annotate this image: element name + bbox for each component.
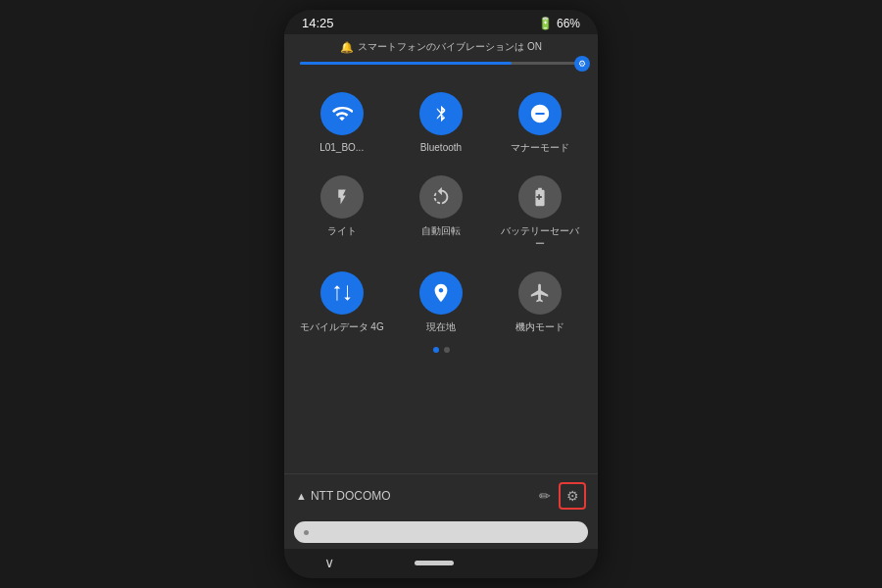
vibration-text: スマートフォンのバイブレーションは ON	[358, 40, 542, 54]
tile-dnd[interactable]: マナーモード	[493, 82, 588, 162]
battery-percent: 66%	[557, 17, 580, 30]
wifi-label: L01_BO...	[319, 141, 364, 154]
dot-2	[444, 347, 450, 353]
wifi-icon	[331, 103, 353, 124]
search-dot	[304, 530, 309, 535]
rotate-label: 自動回転	[421, 224, 461, 237]
airplane-icon-wrap	[518, 271, 562, 315]
flashlight-icon-wrap	[320, 175, 364, 219]
settings-button[interactable]: ⚙	[559, 482, 586, 510]
mobile-data-icon-wrap	[320, 271, 364, 315]
rotate-icon-wrap	[419, 175, 463, 219]
location-label: 現在地	[426, 320, 456, 333]
phone-frame: 14:25 🔋 66% 🔔 スマートフォンのバイブレーションは ON	[284, 10, 598, 578]
airplane-icon	[529, 282, 551, 304]
tile-flashlight[interactable]: ライト	[294, 166, 389, 258]
edit-button[interactable]: ✏	[539, 488, 551, 504]
flashlight-label: ライト	[327, 224, 357, 237]
tile-wifi[interactable]: L01_BO...	[294, 82, 389, 162]
flashlight-icon	[333, 186, 351, 208]
tile-airplane[interactable]: 機内モード	[493, 262, 588, 341]
brightness-thumb[interactable]	[574, 56, 590, 72]
battery-saver-icon	[529, 186, 551, 208]
mobile-data-icon	[331, 282, 353, 304]
airplane-label: 機内モード	[515, 320, 564, 333]
brightness-track[interactable]	[300, 62, 582, 65]
search-bar-area	[284, 517, 598, 549]
status-bar: 14:25 🔋 66%	[284, 10, 598, 34]
dnd-label: マナーモード	[511, 141, 569, 154]
dot-1	[433, 347, 439, 353]
back-chevron-icon[interactable]: ∨	[324, 555, 334, 570]
tile-location[interactable]: 現在地	[393, 262, 488, 341]
bluetooth-icon-wrap	[419, 92, 463, 135]
brightness-fill	[300, 62, 512, 65]
nav-bar: ∨	[284, 549, 598, 578]
dnd-icon-wrap	[518, 92, 562, 135]
battery-icon: 🔋	[538, 17, 553, 30]
battery-saver-icon-wrap	[518, 175, 562, 219]
rotate-icon	[430, 186, 452, 208]
tile-mobile-data[interactable]: モバイルデータ 4G	[294, 262, 389, 341]
location-icon-wrap	[419, 271, 463, 315]
bottom-bar: ▲ NTT DOCOMO ✏ ⚙ ータップ	[284, 473, 598, 517]
page-dots	[290, 341, 592, 363]
settings-btn-wrap: ⚙ ータップ	[559, 482, 586, 510]
tile-battery-saver[interactable]: バッテリーセーバー	[493, 166, 588, 258]
tile-rotate[interactable]: 自動回転	[393, 166, 488, 258]
brightness-slider-row[interactable]	[284, 58, 598, 73]
mobile-data-label: モバイルデータ 4G	[300, 320, 384, 333]
bluetooth-label: Bluetooth	[420, 141, 462, 154]
tile-bluetooth[interactable]: Bluetooth	[393, 82, 488, 162]
battery-saver-label: バッテリーセーバー	[497, 224, 584, 250]
status-time: 14:25	[302, 16, 334, 30]
wifi-icon-wrap	[320, 92, 364, 135]
status-icons: 🔋 66%	[538, 17, 580, 30]
search-bar[interactable]	[294, 521, 588, 543]
vibration-icon: 🔔	[340, 41, 354, 54]
home-bar[interactable]	[415, 561, 454, 565]
signal-icon: ▲	[296, 490, 307, 502]
notification-bar: 🔔 スマートフォンのバイブレーションは ON	[284, 34, 598, 58]
gear-icon: ⚙	[566, 488, 579, 504]
carrier-name: NTT DOCOMO	[311, 489, 539, 503]
tiles-grid: L01_BO... Bluetooth マナーモード	[290, 82, 592, 341]
quick-settings-area: L01_BO... Bluetooth マナーモード	[284, 73, 598, 473]
location-icon	[430, 282, 452, 304]
bluetooth-icon	[431, 103, 451, 124]
dnd-icon	[529, 103, 551, 124]
